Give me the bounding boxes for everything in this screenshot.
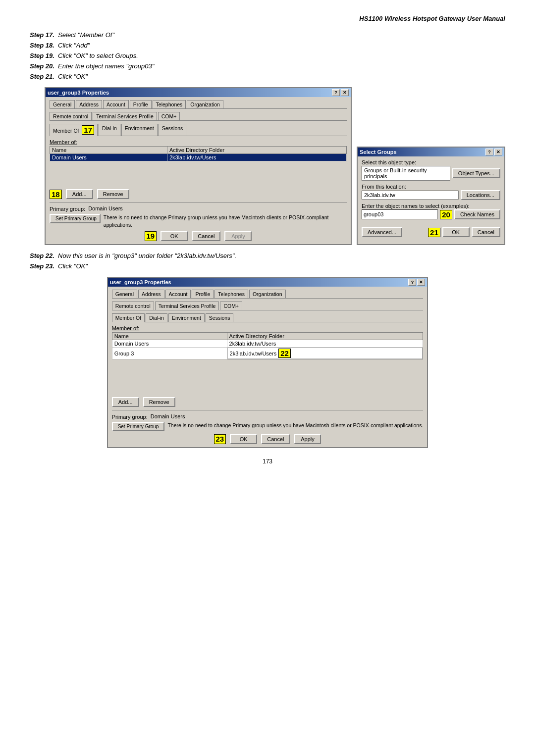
select-groups-title-text: Select Groups: [360, 149, 397, 155]
col-name-2: Name: [112, 333, 227, 340]
badge-21: 21: [428, 228, 440, 237]
primary-group-value-2: Domain Users: [151, 413, 185, 419]
tab-dialin-2[interactable]: Dial-in: [146, 313, 167, 322]
apply-button-2[interactable]: Apply: [294, 434, 321, 444]
tab-environment-1[interactable]: Environment: [121, 124, 158, 136]
tab-profile-2[interactable]: Profile: [192, 290, 214, 298]
tab-address-1[interactable]: Address: [76, 100, 102, 108]
badge-17: 17: [82, 125, 94, 135]
tab-com-1[interactable]: COM+: [158, 112, 180, 120]
primary-group-label-1: Primary group:: [50, 206, 85, 212]
table-row-2-2[interactable]: Group 3 2k3lab.idv.tw/Users 22: [112, 348, 423, 359]
page-title: HS1100 Wireless Hotspot Gateway User Man…: [30, 15, 505, 22]
add-remove-row-1: 18 Add... Remove: [50, 189, 347, 199]
primary-group-value-1: Domain Users: [88, 205, 123, 211]
tab-remote-1[interactable]: Remote control: [50, 112, 92, 120]
primary-group-label-2: Primary group:: [112, 414, 148, 420]
tab-sessions-1[interactable]: Sessions: [159, 124, 187, 136]
tab-organization-1[interactable]: Organization: [187, 100, 223, 108]
help-button-2[interactable]: ?: [408, 279, 416, 286]
ok-button-sg[interactable]: OK: [442, 227, 470, 237]
tab-account-1[interactable]: Account: [103, 100, 129, 108]
enter-names-label: Enter the object names to select (exampl…: [362, 203, 500, 209]
add-button-2[interactable]: Add...: [112, 397, 139, 407]
locations-button[interactable]: Locations...: [461, 190, 500, 200]
from-location-value: 2k3lab.idv.tw: [362, 191, 459, 200]
group-input[interactable]: [362, 209, 438, 219]
select-groups-dialog: Select Groups ? ✕ Select this object typ…: [357, 147, 505, 245]
tab-dialin-1[interactable]: Dial-in: [99, 124, 120, 136]
apply-button-1[interactable]: Apply: [224, 231, 252, 241]
ok-button-2[interactable]: OK: [230, 434, 257, 444]
member-table-2: Name Active Directory Folder Domain User…: [112, 332, 424, 359]
row1-folder-1: 2k3lab.idv.tw/Users: [167, 154, 346, 161]
step-23: Step 23. Click "OK": [30, 262, 505, 270]
close-button-sg[interactable]: ✕: [494, 149, 502, 155]
tab-terminal-2[interactable]: Terminal Services Profile: [155, 302, 219, 310]
tab-general-2[interactable]: General: [112, 290, 137, 298]
row1-folder-2: 2k3lab.idv.tw/Users: [227, 340, 423, 348]
tab-telephones-1[interactable]: Telephones: [153, 100, 186, 108]
tab-sessions-2[interactable]: Sessions: [206, 313, 234, 322]
select-groups-titlebar: Select Groups ? ✕: [358, 148, 504, 156]
tab-telephones-2[interactable]: Telephones: [214, 290, 248, 298]
row1-name-1: Domain Users: [50, 154, 167, 161]
tab-terminal-1[interactable]: Terminal Services Profile: [93, 112, 157, 120]
primary-group-area-2: Primary group: Domain Users: [112, 413, 424, 420]
member-of-section-label-1: Member of:: [50, 139, 347, 145]
dialog-area-1: user_group3 Properties ? ✕ General Addre…: [45, 87, 505, 245]
primary-group-area-1: Primary group: Domain Users: [50, 205, 347, 212]
tab-remote-2[interactable]: Remote control: [112, 302, 154, 310]
primary-group-info-1: There is no need to change Primary group…: [104, 214, 347, 228]
tab-profile-1[interactable]: Profile: [130, 100, 152, 108]
from-location-label: From this location:: [362, 184, 500, 190]
tab-environment-2[interactable]: Environment: [168, 313, 205, 322]
advanced-button[interactable]: Advanced...: [362, 227, 402, 237]
badge-23: 23: [214, 434, 226, 444]
remove-button-2[interactable]: Remove: [143, 397, 175, 407]
ok-button-1[interactable]: OK: [160, 231, 188, 241]
set-primary-button-2[interactable]: Set Primary Group: [112, 422, 165, 431]
tab-bar-row3-1: Member Of 17 Dial-in Environment Session…: [50, 124, 347, 136]
table-row-1-1[interactable]: Domain Users 2k3lab.idv.tw/Users: [50, 154, 347, 161]
tab-memberof-2[interactable]: Member Of: [112, 313, 145, 322]
select-type-value: Groups or Built-in security principals: [362, 166, 450, 181]
dialog2-title-text: user_group3 Properties: [110, 279, 171, 285]
ok-row-1: 19 OK Cancel Apply: [50, 231, 347, 241]
set-primary-button-1[interactable]: Set Primary Group: [50, 214, 101, 223]
tab-address-2[interactable]: Address: [138, 290, 164, 298]
close-button-2[interactable]: ✕: [417, 279, 425, 286]
help-button-1[interactable]: ?: [332, 89, 340, 96]
step-21: Step 21. Click "OK": [30, 73, 505, 80]
cancel-button-2[interactable]: Cancel: [261, 434, 290, 444]
properties-dialog-1: user_group3 Properties ? ✕ General Addre…: [45, 87, 352, 245]
badge-18: 18: [50, 190, 62, 199]
tab-memberof-1[interactable]: Member Of 17: [50, 124, 98, 136]
member-table-1: Name Active Directory Folder Domain User…: [50, 146, 347, 161]
check-names-button[interactable]: Check Names: [454, 209, 500, 219]
tab-bar-row3-2: Member Of Dial-in Environment Sessions: [112, 313, 424, 322]
dialog1-title-text: user_group3 Properties: [48, 90, 109, 96]
table-row-2-1[interactable]: Domain Users 2k3lab.idv.tw/Users: [112, 340, 423, 348]
badge-19: 19: [145, 231, 157, 241]
object-types-button[interactable]: Object Types...: [452, 168, 500, 178]
remove-button-1[interactable]: Remove: [97, 189, 129, 199]
badge-20: 20: [440, 210, 452, 219]
cancel-button-sg[interactable]: Cancel: [472, 227, 500, 237]
help-button-sg[interactable]: ?: [485, 149, 493, 155]
step-19: Step 19. Click "OK" to select Groups.: [30, 52, 505, 59]
ok-row-2: 23 OK Cancel Apply: [112, 434, 424, 444]
add-remove-row-2: Add... Remove: [112, 397, 424, 407]
row2-name-2: Group 3: [112, 348, 227, 359]
dialog-area-2: user_group3 Properties ? ✕ General Addre…: [30, 277, 505, 448]
tab-com-2[interactable]: COM+: [220, 302, 242, 310]
row1-name-2: Domain Users: [112, 340, 227, 348]
close-button-1[interactable]: ✕: [341, 89, 349, 96]
properties-dialog-2-titlebar: user_group3 Properties ? ✕: [108, 278, 428, 287]
step-17: Step 17. Select "Member Of": [30, 31, 505, 39]
tab-organization-2[interactable]: Organization: [249, 290, 286, 298]
add-button-1[interactable]: Add...: [66, 189, 93, 199]
tab-general-1[interactable]: General: [50, 100, 75, 108]
tab-account-2[interactable]: Account: [165, 290, 191, 298]
cancel-button-1[interactable]: Cancel: [192, 231, 220, 241]
